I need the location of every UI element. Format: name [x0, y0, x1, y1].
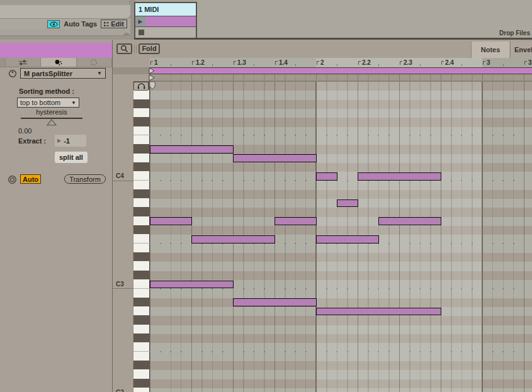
piano-key-black-C#4[interactable] [133, 162, 150, 171]
midi-note-F3[interactable] [191, 235, 275, 244]
midi-note-D4[interactable] [233, 154, 317, 162]
tab-device[interactable] [41, 58, 76, 67]
midi-note-A3[interactable] [337, 199, 358, 208]
ruler-beat-label[interactable]: 2.2 [358, 59, 371, 66]
piano-key-black-A#2[interactable] [133, 298, 150, 306]
ruler-beat-label[interactable]: 3 [483, 59, 490, 66]
auto-button[interactable]: Auto [20, 174, 41, 184]
ruler-beat-label[interactable]: 2 [317, 59, 324, 66]
octave-divider [113, 181, 133, 181]
piano-key-black-D#4[interactable] [133, 144, 150, 153]
piano-key-black-D#3[interactable] [133, 252, 150, 261]
bar-line [482, 82, 483, 392]
note-grid[interactable] [150, 81, 532, 392]
tab-envelopes[interactable]: Envelopes [510, 42, 532, 58]
hysteresis-label: hysteresis [21, 108, 82, 116]
midi-note-A2[interactable] [316, 308, 441, 316]
midi-note-C4[interactable] [316, 172, 337, 181]
transform-button[interactable]: Transform [64, 174, 106, 184]
piano-key-black-D#2[interactable] [133, 361, 150, 369]
loop-start-marker-icon[interactable] [149, 67, 155, 74]
dashed-circle-icon [90, 59, 98, 66]
track-title[interactable]: 1 MIDI [135, 3, 196, 16]
stop-slot[interactable] [135, 27, 196, 38]
preview-headphone-button[interactable] [133, 82, 149, 91]
device-clip-color-bar[interactable] [0, 43, 112, 58]
edit-button-label: Edit [111, 20, 124, 28]
ruler-beat-label[interactable]: 1.2 [192, 59, 205, 66]
piano-keyboard[interactable] [133, 81, 150, 392]
octave-gutter: C4C3C2 [113, 81, 133, 392]
piano-key-black-A#3[interactable] [133, 189, 150, 198]
midi-note-G3[interactable] [274, 217, 317, 225]
browser-top-strip [0, 0, 135, 5]
zoom-search-button[interactable] [116, 43, 132, 54]
scrub-grid[interactable] [150, 74, 532, 81]
ruler-half-tick [503, 64, 504, 66]
ruler-half-tick [461, 64, 462, 66]
midi-note-G3[interactable] [378, 217, 441, 225]
tab-io[interactable] [77, 58, 112, 67]
browser-toolbar: Auto Tags Edit [0, 19, 130, 29]
mixer-sliders-icon [18, 60, 28, 65]
extract-number-box[interactable]: ▶ -1 [55, 135, 86, 147]
map-mode-icon[interactable] [8, 175, 17, 186]
loop-region-bar[interactable] [113, 67, 532, 74]
piano-key-black-F#3[interactable] [133, 225, 150, 234]
device-panel: M partsSplitter ▼ Sorting method : top t… [0, 40, 112, 392]
piano-key-black-F#4[interactable] [133, 117, 150, 126]
ruler-beat-label[interactable]: 3.2 [524, 59, 532, 66]
sorting-method-dropdown[interactable]: top to bottom ▼ [17, 98, 79, 108]
midi-note-C4[interactable] [358, 172, 441, 181]
ruler-half-tick [378, 64, 379, 66]
split-all-button[interactable]: split all [55, 152, 88, 163]
device-name-dropdown[interactable]: M partsSplitter ▼ [20, 68, 106, 79]
white-key-separator [133, 351, 150, 352]
midi-clip[interactable] [145, 16, 196, 26]
midi-note-F3[interactable] [316, 235, 379, 244]
ableton-live-window: Auto Tags Edit 1 MIDI ▶ Drop Files [0, 0, 532, 392]
ruler-segment [150, 58, 316, 67]
clip-play-icon[interactable]: ▶ [135, 16, 145, 26]
loop-region[interactable] [150, 67, 532, 74]
clip-start-flag-icon[interactable] [149, 81, 156, 90]
piano-key-black-C#3[interactable] [133, 271, 150, 279]
ruler-beat-label[interactable]: 1 [150, 59, 158, 66]
beat-time-ruler[interactable]: 11.21.31.422.22.32.433.2 [113, 58, 532, 67]
ruler-half-tick [420, 64, 421, 66]
ruler-beat-label[interactable]: 2.4 [441, 59, 454, 66]
piano-key-black-G#4[interactable] [133, 99, 150, 108]
ruler-beat-label[interactable]: 2.3 [400, 59, 412, 66]
midi-note-A#2[interactable] [233, 298, 317, 306]
device-activator-icon[interactable] [8, 69, 17, 79]
midi-note-D#4[interactable] [150, 145, 234, 154]
ruler-half-tick [212, 64, 213, 66]
ruler-half-tick [337, 64, 337, 66]
ruler-beat-label[interactable]: 1.3 [234, 59, 246, 66]
ruler-half-tick [254, 64, 254, 66]
clip-slot[interactable]: ▶ [135, 16, 196, 27]
white-key-separator [133, 180, 150, 181]
toolbar-divider [136, 45, 137, 53]
fold-button[interactable]: Fold [139, 43, 160, 54]
piano-key-black-G#3[interactable] [133, 207, 150, 216]
midi-note-G3[interactable] [150, 217, 192, 225]
chevron-down-icon: ▼ [97, 70, 102, 76]
device-dots-icon [54, 59, 63, 66]
auto-tags-label: Auto Tags [64, 20, 97, 28]
auto-tags-eye-toggle[interactable] [47, 20, 60, 28]
piano-key-black-G#2[interactable] [133, 315, 150, 324]
octave-divider [113, 288, 133, 289]
scrub-area[interactable] [113, 74, 532, 81]
midi-note-C3[interactable] [150, 281, 234, 289]
clip-start-marker-icon[interactable] [149, 74, 155, 81]
sorting-method-label: Sorting method : [19, 87, 74, 95]
ruler-beat-label[interactable]: 1.4 [275, 59, 288, 66]
piano-key-black-F#2[interactable] [133, 333, 150, 342]
piano-key-black-C#2[interactable] [133, 379, 150, 388]
hysteresis-value[interactable]: 0.00 [18, 127, 31, 135]
hysteresis-slider-handle[interactable] [47, 119, 57, 127]
tab-clip[interactable] [6, 58, 41, 67]
edit-button[interactable]: Edit [101, 20, 127, 28]
tab-notes[interactable]: Notes [471, 42, 509, 58]
